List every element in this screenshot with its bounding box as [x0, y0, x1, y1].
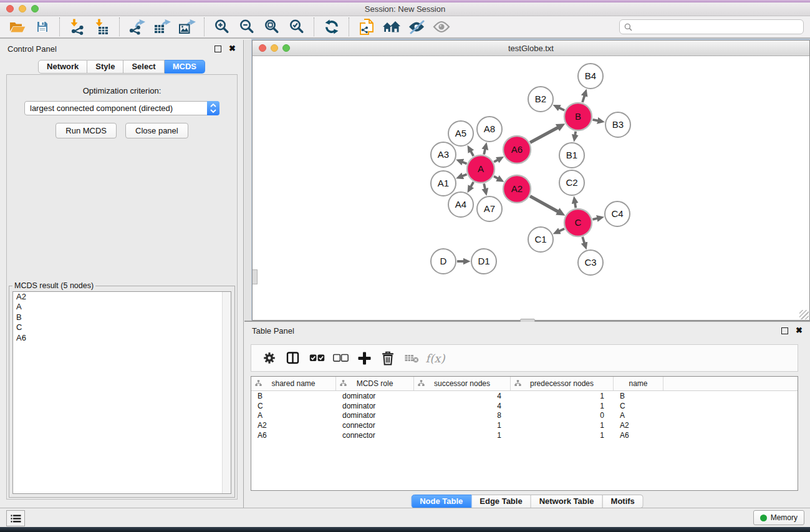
hide-selected-icon[interactable] [404, 17, 429, 37]
network-window-titlebar[interactable]: testGlobe.txt [253, 41, 809, 56]
float-panel-icon[interactable] [215, 46, 221, 52]
network-canvas[interactable]: B4B2BB3A5A8A6B1A3AA1C2A2A4A7C4CC1DD1C3 [253, 56, 809, 320]
table-cell[interactable]: 1 [511, 392, 614, 400]
import-table-icon[interactable] [90, 17, 115, 37]
tab-network[interactable]: Network [38, 60, 87, 74]
zoom-network-window-icon[interactable] [282, 44, 290, 52]
graph-node-A1[interactable]: A1 [431, 171, 456, 196]
delete-table-icon[interactable] [400, 353, 423, 363]
title-bar[interactable]: Session: New Session [0, 2, 810, 16]
table-cell[interactable]: A [251, 411, 336, 420]
table-cell[interactable]: 4 [414, 392, 511, 400]
table-cell[interactable]: dominator [336, 402, 414, 410]
column-header-name[interactable]: name [614, 377, 663, 390]
graph-node-A6[interactable]: A6 [503, 136, 531, 163]
graph-node-A8[interactable]: A8 [477, 117, 502, 142]
table-cell[interactable]: C [614, 402, 663, 410]
node-table[interactable]: shared nameMCDS rolesuccessor nodesprede… [251, 376, 798, 491]
zoom-window-icon[interactable] [31, 5, 39, 12]
import-network-icon[interactable] [65, 17, 90, 37]
table-cell[interactable]: B [614, 392, 663, 400]
table-cell[interactable]: 1 [511, 402, 614, 410]
graph-node-B3[interactable]: B3 [605, 112, 630, 137]
graph-edge-A-A5[interactable] [471, 151, 474, 156]
network-view-window[interactable]: testGlobe.txt B4B2BB3A5A8A6B1A3AA1C2A2A4… [252, 40, 810, 321]
table-cell[interactable]: 1 [414, 431, 511, 440]
graph-node-B1[interactable]: B1 [559, 143, 584, 168]
table-cell[interactable]: 1 [511, 421, 614, 430]
minimize-network-window-icon[interactable] [271, 44, 278, 52]
gear-icon[interactable] [258, 351, 281, 365]
table-cell[interactable]: A2 [614, 421, 663, 430]
graph-node-A4[interactable]: A4 [448, 192, 473, 217]
export-image-icon[interactable] [175, 17, 200, 37]
float-table-panel-icon[interactable] [781, 327, 788, 334]
tab-motifs[interactable]: Motifs [603, 495, 644, 508]
open-folder-icon[interactable] [5, 17, 30, 37]
graph-node-A5[interactable]: A5 [448, 121, 473, 146]
column-header-predecessor-nodes[interactable]: predecessor nodes [511, 377, 614, 390]
mcds-result-item[interactable]: A2 [13, 292, 231, 302]
close-panel-icon[interactable]: ✖ [229, 46, 236, 52]
table-cell[interactable]: 1 [511, 431, 614, 440]
graph-edge-B-B2[interactable] [559, 108, 564, 110]
table-row[interactable]: Cdominator41C [251, 401, 798, 411]
table-cell[interactable]: A [614, 411, 663, 420]
window-resize-grip[interactable] [799, 310, 809, 319]
save-icon[interactable] [30, 17, 55, 37]
table-cell[interactable]: connector [336, 421, 414, 430]
graph-node-B4[interactable]: B4 [578, 64, 603, 89]
zoom-fit-icon[interactable] [259, 17, 284, 37]
tab-network-table[interactable]: Network Table [531, 495, 603, 508]
graph-node-B[interactable]: B [564, 103, 592, 130]
run-mcds-button[interactable]: Run MCDS [55, 123, 117, 138]
graph-node-C1[interactable]: C1 [528, 227, 553, 252]
graph-node-C3[interactable]: C3 [578, 250, 603, 275]
table-row[interactable]: Bdominator41B [251, 391, 798, 401]
mcds-result-item[interactable]: B [13, 312, 231, 322]
table-cell[interactable]: 8 [414, 411, 511, 420]
graph-node-A3[interactable]: A3 [431, 142, 456, 167]
criterion-select[interactable]: largest connected component (directed) [24, 101, 219, 115]
graph-node-C[interactable]: C [564, 209, 592, 236]
refresh-icon[interactable] [319, 17, 344, 37]
graph-node-A2[interactable]: A2 [503, 175, 531, 203]
graph-edge-A-A8[interactable] [484, 148, 485, 154]
memory-button[interactable]: Memory [753, 510, 804, 525]
mcds-result-item[interactable]: C [13, 322, 231, 332]
canvas-splitter-handle[interactable] [253, 269, 258, 284]
zoom-in-icon[interactable] [210, 17, 234, 37]
mcds-result-item[interactable]: A [13, 302, 231, 312]
close-window-icon[interactable] [6, 5, 14, 12]
graph-node-D1[interactable]: D1 [471, 249, 496, 274]
table-cell[interactable]: B [251, 392, 336, 400]
graph-edge-A-A7[interactable] [484, 183, 485, 189]
table-cell[interactable]: C [251, 402, 336, 410]
deselect-all-icon[interactable] [329, 354, 352, 362]
scrollbar-track[interactable] [222, 292, 231, 493]
add-column-icon[interactable] [352, 352, 376, 365]
mcds-result-list[interactable]: A2ABCA6 [12, 291, 231, 494]
show-all-icon[interactable] [429, 17, 454, 37]
graph-edge-B-B1[interactable] [575, 132, 576, 136]
zoom-out-icon[interactable] [234, 17, 259, 37]
graph-node-C2[interactable]: C2 [559, 170, 584, 195]
graph-edge-B-B4[interactable] [582, 95, 585, 102]
first-neighbors-icon[interactable] [379, 17, 404, 37]
graph-edge-A-A1[interactable] [462, 175, 467, 177]
table-row[interactable]: A2connector11A2 [251, 420, 798, 430]
tab-style[interactable]: Style [87, 60, 123, 74]
table-cell[interactable]: A6 [614, 431, 663, 440]
table-cell[interactable]: 0 [511, 411, 614, 420]
table-cell[interactable]: connector [336, 431, 414, 440]
graph-node-C4[interactable]: C4 [605, 201, 630, 226]
search-box[interactable] [619, 19, 804, 34]
delete-column-icon[interactable] [376, 351, 400, 365]
graph-edge-C-C1[interactable] [559, 229, 564, 231]
graph-node-D[interactable]: D [431, 249, 456, 274]
columns-icon[interactable] [281, 351, 305, 365]
export-network-icon[interactable] [125, 17, 150, 37]
graph-edge-A-A2[interactable] [494, 177, 498, 179]
graph-node-B2[interactable]: B2 [528, 87, 553, 112]
graph-edge-C-C4[interactable] [592, 218, 597, 220]
